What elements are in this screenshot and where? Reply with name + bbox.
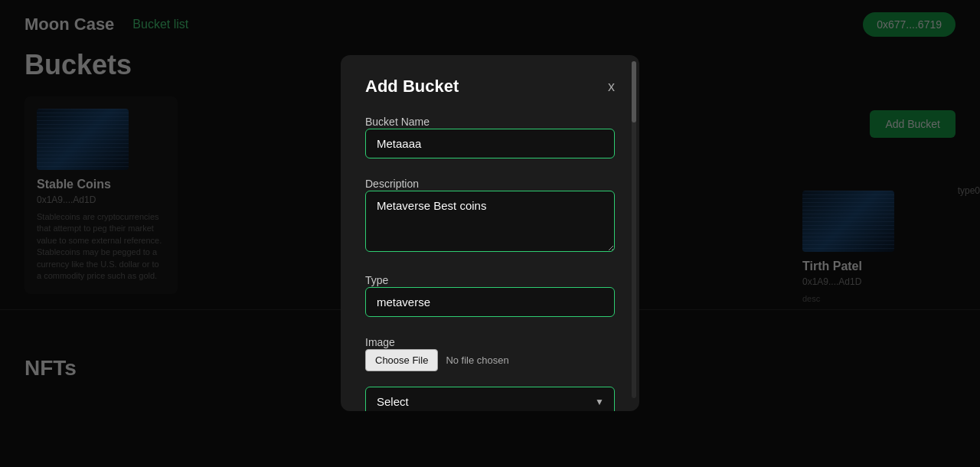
description-input[interactable]: Metaverse Best coins — [365, 191, 615, 252]
modal-close-button[interactable]: x — [608, 80, 615, 93]
bucket-name-label: Bucket Name — [365, 116, 430, 128]
choose-file-button[interactable]: Choose File — [365, 349, 438, 371]
type-input[interactable] — [365, 287, 615, 317]
type-label: Type — [365, 274, 388, 286]
type-field: Type — [365, 273, 615, 332]
image-field: Image Choose File No file chosen — [365, 335, 615, 371]
bucket-name-input[interactable] — [365, 129, 615, 158]
image-label: Image — [365, 336, 395, 348]
select-field: Select Option 1 Option 2 Option 3 ▼ — [365, 387, 615, 411]
modal-title: Add Bucket — [365, 77, 459, 96]
select-input[interactable]: Select Option 1 Option 2 Option 3 — [365, 387, 615, 411]
bucket-name-field: Bucket Name — [365, 115, 615, 174]
modal-header: Add Bucket x — [365, 77, 615, 96]
add-bucket-modal: Add Bucket x Bucket Name Description Met… — [341, 55, 639, 411]
no-file-text: No file chosen — [446, 354, 508, 366]
description-label: Description — [365, 178, 419, 190]
description-field: Description Metaverse Best coins — [365, 177, 615, 270]
